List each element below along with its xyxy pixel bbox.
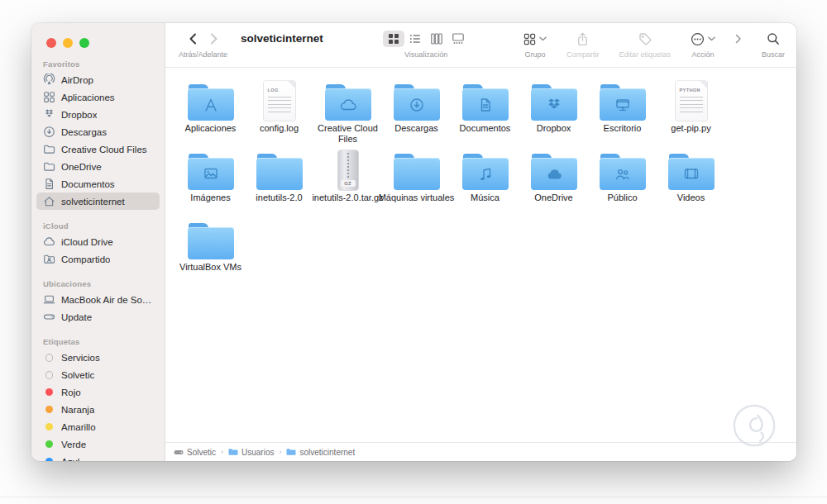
tag-dot [45,371,53,379]
sidebar-item-creative-cloud-files[interactable]: Creative Cloud Files [36,140,160,158]
nav-group: Atrás/Adelante [179,31,227,59]
back-button[interactable] [188,32,198,45]
file-item[interactable]: Descargas [382,78,451,147]
file-item[interactable]: PYTHON get-pip.py [657,78,725,147]
cloud-icon [43,235,55,248]
file-item[interactable]: Dropbox [519,78,588,147]
chevron-down-icon [539,36,547,41]
tag-dot [45,406,53,413]
sidebar-item-label: Naranja [61,405,94,415]
sidebar-tag-naranja[interactable]: Naranja [36,401,160,418]
sidebar-item-descargas[interactable]: Descargas [36,123,160,140]
chevron-right-icon [735,34,742,44]
file-item[interactable]: Música [451,147,519,216]
view-list-button[interactable] [404,31,426,47]
archive-file-icon: GZ [338,150,358,190]
group-button[interactable]: Grupo [523,31,547,59]
sidebar-tag-servicios[interactable]: Servicios [36,349,160,366]
onedrive-folder-icon [531,154,577,190]
sidebar-item-onedrive[interactable]: OneDrive [36,158,160,175]
sidebar-section-icloud: iCloud [43,221,153,231]
finder-window: Favoritos AirDrop Aplicaciones Dropbox D… [31,23,796,461]
sidebar-item-label: OneDrive [61,162,102,172]
sidebar-item-label: Servicios [61,353,100,363]
file-item[interactable]: VirtualBox VMs [176,216,245,286]
sidebar-tag-azul[interactable]: Azul [36,453,160,461]
disk-icon [174,449,184,456]
sidebar-item-documentos[interactable]: Documentos [36,175,160,193]
search-icon [767,32,780,45]
view-columns-button[interactable] [426,31,447,47]
folder-icon [256,154,303,190]
sidebar-item-icloud-drive[interactable]: iCloud Drive [36,233,160,250]
shared-folder-icon [43,253,55,265]
action-button[interactable]: Acción [691,31,715,59]
grid-view-icon [388,33,399,45]
file-item[interactable]: Público [588,147,657,216]
sidebar-tag-solvetic[interactable]: Solvetic [36,366,160,383]
sidebar-tag-verde[interactable]: Verde [36,435,160,453]
file-item[interactable]: Máquinas virtuales [382,147,451,216]
sidebar-item-label: Aplicaciones [61,93,115,102]
toolbar-overflow[interactable] [735,31,742,47]
share-button[interactable]: Compartir [566,31,600,59]
sidebar-item-macbook-air[interactable]: MacBook Air de Solvetic [36,291,160,308]
folder-icon [228,448,238,456]
view-gallery-button[interactable] [447,31,469,47]
sidebar-item-label: Rojo [61,388,81,397]
file-item[interactable]: GZ inetutils-2.0.tar.gz [313,147,382,216]
sidebar-section-favoritos: Favoritos [43,59,153,69]
icon-grid: Aplicaciones LOG config.log Creative Clo… [165,68,796,286]
folder-icon [188,223,234,259]
sidebar-item-label: Amarillo [61,422,96,432]
sidebar-item-label: solveticinternet [61,197,125,207]
chevron-down-icon [708,36,715,41]
minimize-window-button[interactable] [63,38,73,48]
sidebar-tag-rojo[interactable]: Rojo [36,383,160,401]
sidebar-item-solveticinternet[interactable]: solveticinternet [36,193,160,210]
file-browser[interactable]: Aplicaciones LOG config.log Creative Clo… [165,68,796,442]
sidebar-item-dropbox[interactable]: Dropbox [36,106,160,123]
sidebar-item-aplicaciones[interactable]: Aplicaciones [36,88,160,106]
dropbox-icon [43,108,55,121]
file-item[interactable]: LOG config.log [245,78,313,147]
file-item[interactable]: OneDrive [519,147,588,216]
sidebar-tag-amarillo[interactable]: Amarillo [36,418,160,435]
sidebar-item-label: Documentos [61,179,115,189]
path-segment-solveticinternet[interactable]: solveticinternet [286,448,355,457]
file-item[interactable]: Creative Cloud Files [313,78,382,147]
group-icon [523,33,536,45]
toolbar-right: Grupo Compartir Editar etiquetas [523,31,785,59]
sidebar-item-update[interactable]: Update [36,308,160,326]
file-item[interactable]: Documentos [451,78,519,147]
edit-tags-button[interactable]: Editar etiquetas [619,31,671,59]
nav-label: Atrás/Adelante [179,50,227,59]
python-file-icon: PYTHON [676,81,707,121]
path-segment-disk[interactable]: Solvetic [174,448,216,457]
home-folder-icon [286,448,296,456]
sidebar-item-compartido[interactable]: Compartido [36,250,160,268]
sidebar-item-airdrop[interactable]: AirDrop [36,71,160,88]
applications-folder-icon [188,84,234,121]
gallery-view-icon [452,33,464,45]
home-icon [43,195,55,207]
sidebar-section-ubicaciones: Ubicaciones [43,279,153,288]
view-icons-button[interactable] [383,31,404,47]
maximize-window-button[interactable] [79,38,89,48]
search-button[interactable]: Buscar [762,31,785,59]
forward-button[interactable] [209,32,219,45]
tag-icon [638,32,652,45]
view-group: Visualización [383,31,469,59]
chevron-right-icon: › [221,448,223,456]
path-segment-usuarios[interactable]: Usuarios [228,448,274,457]
file-item[interactable]: Videos [657,147,725,216]
sidebar: Favoritos AirDrop Aplicaciones Dropbox D… [31,23,165,461]
sidebar-section-etiquetas: Etiquetas [43,337,153,346]
page-divider [0,497,827,497]
file-item[interactable]: Imágenes [176,147,245,216]
sidebar-item-label: MacBook Air de Solvetic [61,295,153,305]
file-item[interactable]: inetutils-2.0 [245,147,313,216]
file-item[interactable]: Aplicaciones [176,78,245,147]
close-window-button[interactable] [46,38,56,48]
file-item[interactable]: Escritorio [588,78,657,147]
